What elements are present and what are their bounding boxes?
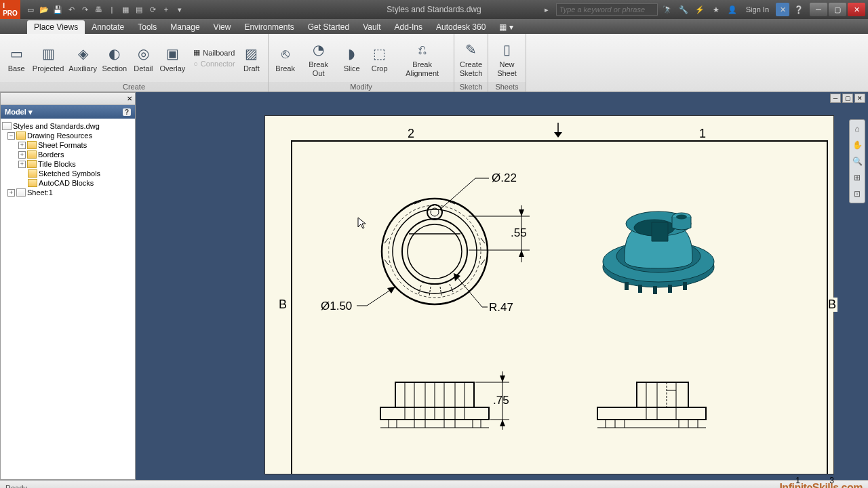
qat-open-icon[interactable]: 📂 — [38, 3, 50, 16]
svg-rect-34 — [625, 282, 629, 290]
star-icon[interactable]: ★ — [709, 3, 723, 16]
tab-add-ins[interactable]: Add-Ins — [388, 20, 429, 34]
tab-tools[interactable]: Tools — [131, 20, 163, 34]
svg-line-10 — [429, 287, 431, 296]
model-tree: Styles and Standards.dwg −Drawing Resour… — [1, 119, 135, 479]
expand-icon[interactable]: + — [18, 161, 26, 168]
nailboard-button[interactable]: ▦Nailboard — [191, 47, 237, 58]
qat-plus-icon[interactable]: + — [160, 3, 172, 16]
tree-resources[interactable]: −Drawing Resources — [2, 131, 134, 140]
connector-button: ○Connector — [191, 59, 237, 68]
collapse-icon[interactable]: − — [7, 132, 15, 140]
tree-sheet-formats[interactable]: +Sheet Formats — [2, 140, 134, 150]
tab-place-views[interactable]: Place Views — [27, 20, 85, 34]
status-bar: Ready InfiniteSkills.com — [0, 480, 868, 488]
panel-modify-label: Modify — [269, 82, 454, 92]
canvas-minimize-icon[interactable]: ─ — [830, 94, 841, 103]
qat-save-icon[interactable]: 💾 — [52, 3, 64, 16]
new-sheet-button[interactable]: ▯New Sheet — [491, 37, 523, 78]
tree-title-blocks[interactable]: +Title Blocks — [2, 159, 134, 169]
browser-help-icon[interactable]: ? — [123, 108, 131, 116]
break-button[interactable]: ⎋Break — [271, 41, 299, 74]
isometric-view — [603, 211, 714, 294]
zoom-all-icon[interactable]: ⊡ — [851, 188, 863, 200]
overlay-icon: ▣ — [161, 43, 183, 64]
zoom-icon[interactable]: 🔍 — [851, 155, 863, 167]
document-icon — [2, 122, 12, 130]
drawing-sheet[interactable]: 2 1 B B — [264, 115, 834, 474]
key-icon[interactable]: 🔧 — [677, 3, 690, 16]
auxiliary-icon: ◈ — [72, 43, 94, 64]
qat-undo-icon[interactable]: ↶ — [65, 3, 77, 16]
drawing-canvas[interactable]: ─ ▢ ✕ ⌂ ✋ 🔍 ⊞ ⊡ 2 1 B B — [136, 92, 868, 480]
top-view: Ø.22 .55 Ø1.50 R — [321, 171, 530, 314]
qat-dropdown-icon[interactable]: ▾ — [174, 3, 186, 16]
svg-point-33 — [676, 215, 687, 220]
sheet-icon — [16, 188, 26, 197]
base-button[interactable]: ▭Base — [3, 41, 30, 74]
browser-close-icon[interactable]: ✕ — [125, 95, 134, 102]
help-icon[interactable]: ❔ — [792, 3, 806, 16]
expand-icon[interactable]: + — [7, 189, 15, 197]
search-arrow-icon[interactable]: ▸ — [540, 3, 553, 16]
svg-rect-35 — [638, 285, 642, 293]
tab-manage[interactable]: Manage — [163, 20, 206, 34]
tab-view[interactable]: View — [207, 20, 238, 34]
create-sketch-button[interactable]: ✎Create Sketch — [457, 37, 485, 78]
expand-icon[interactable]: + — [18, 142, 26, 149]
folder-icon — [27, 141, 37, 149]
breakout-icon: ◔ — [308, 39, 330, 60]
connector-icon: ○ — [193, 60, 198, 68]
maximize-button[interactable]: ▢ — [829, 3, 846, 16]
tree-autocad-blocks[interactable]: AutoCAD Blocks — [2, 178, 134, 188]
zoom-window-icon[interactable]: ⊞ — [851, 171, 863, 184]
svg-marker-19 — [519, 209, 524, 216]
lightning-icon[interactable]: ⚡ — [693, 3, 707, 16]
canvas-maximize-icon[interactable]: ▢ — [842, 94, 853, 103]
user-icon[interactable]: 👤 — [726, 3, 739, 16]
tree-borders[interactable]: +Borders — [2, 150, 134, 159]
projected-button[interactable]: ▥Projected — [30, 41, 66, 74]
tab-autodesk-360[interactable]: Autodesk 360 — [429, 20, 492, 34]
home-view-icon[interactable]: ⌂ — [851, 123, 863, 135]
break-alignment-button[interactable]: ⎌Break Alignment — [393, 37, 451, 78]
canvas-close-icon[interactable]: ✕ — [854, 94, 865, 103]
tab-annotate[interactable]: Annotate — [85, 20, 131, 34]
expand-icon[interactable]: + — [18, 151, 26, 159]
draft-button[interactable]: ▨Draft — [238, 41, 265, 74]
tree-root[interactable]: Styles and Standards.dwg — [2, 121, 134, 131]
detail-button[interactable]: ◎Detail — [130, 41, 157, 74]
tab-get-started[interactable]: Get Started — [301, 20, 356, 34]
qat-layer-icon[interactable]: ▦ — [119, 3, 132, 16]
close-button[interactable]: ✕ — [848, 3, 865, 16]
section-view-left: .75 — [380, 371, 509, 430]
browser-header[interactable]: Model ▾ ? — [1, 105, 135, 119]
qat-new-icon[interactable]: ▭ — [24, 3, 37, 16]
qat-redo-icon[interactable]: ↷ — [79, 3, 91, 16]
breakout-button[interactable]: ◔Break Out — [299, 37, 338, 78]
dim-section-height: .75 — [493, 394, 509, 407]
signin-link[interactable]: Sign In — [742, 5, 773, 14]
search-input[interactable] — [556, 3, 658, 16]
qat-print-icon[interactable]: 🖶 — [92, 3, 104, 16]
crop-button[interactable]: ⬚Crop — [366, 41, 393, 74]
qat-update-icon[interactable]: ⟳ — [146, 3, 159, 16]
tree-sheet1[interactable]: +Sheet:1 — [2, 188, 134, 197]
ribbon: ▭Base ▥Projected ◈Auxiliary ◐Section ◎De… — [0, 34, 868, 92]
auxiliary-button[interactable]: ◈Auxiliary — [66, 41, 100, 74]
minimize-button[interactable]: ─ — [810, 3, 827, 16]
app-logo[interactable]: IPRO — [0, 0, 20, 19]
binoculars-icon[interactable]: 🔭 — [660, 3, 674, 16]
tab-vault[interactable]: Vault — [356, 20, 387, 34]
tree-sketched-symbols[interactable]: Sketched Symbols — [2, 169, 134, 178]
section-button[interactable]: ◐Section — [100, 41, 130, 74]
qat-style-icon[interactable]: ▤ — [133, 3, 145, 16]
overlay-button[interactable]: ▣Overlay — [157, 41, 189, 74]
slice-button[interactable]: ◗Slice — [338, 41, 366, 74]
tab-environments[interactable]: Environments — [237, 20, 300, 34]
svg-marker-57 — [500, 420, 505, 426]
pan-icon[interactable]: ✋ — [851, 139, 863, 151]
projected-icon: ▥ — [37, 43, 59, 64]
tab-extra-icon[interactable]: ▦ ▾ — [492, 20, 519, 34]
x-icon[interactable]: ✕ — [776, 3, 789, 16]
